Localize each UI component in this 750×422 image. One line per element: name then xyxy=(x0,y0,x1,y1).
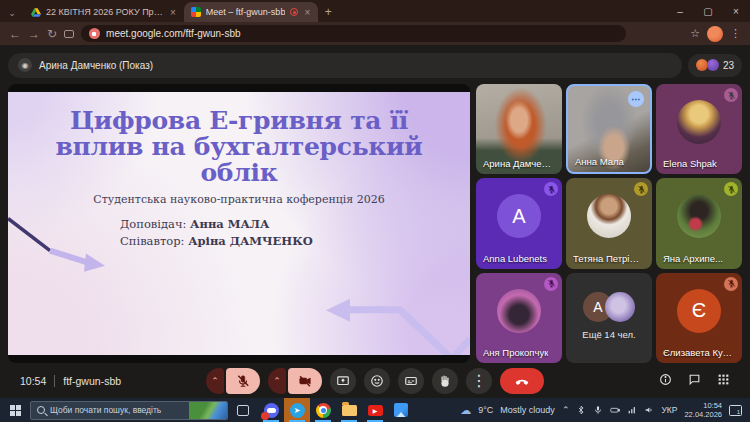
forward-button[interactable]: → xyxy=(28,28,40,40)
speaker-label: Доповідач: xyxy=(120,217,186,231)
participant-tile-active-speaker[interactable]: ⋯ Анна Мала xyxy=(566,84,652,174)
mic-off-badge xyxy=(544,182,558,196)
chrome-app-button[interactable] xyxy=(310,398,336,422)
google-drive-icon xyxy=(31,8,41,17)
participant-tile[interactable]: Аня Прокопчук xyxy=(476,273,562,363)
start-button[interactable] xyxy=(0,398,30,422)
coauthor-label: Співавтор: xyxy=(120,234,184,248)
participant-tile[interactable]: A Anna Lubenets xyxy=(476,178,562,268)
photos-app-button[interactable] xyxy=(388,398,414,422)
notification-badge: 1 xyxy=(737,409,740,415)
maximize-button[interactable]: ▢ xyxy=(694,0,722,22)
mic-off-badge xyxy=(724,277,738,291)
participant-avatar xyxy=(707,59,719,71)
captions-button[interactable] xyxy=(398,368,424,394)
participants-chip[interactable]: 23 xyxy=(688,54,742,77)
photos-icon xyxy=(394,403,408,417)
meet-control-bar: 10:54 ftf-gwun-sbb ⌃ ⌃ xyxy=(8,363,742,398)
camera-off-button[interactable] xyxy=(288,368,322,394)
participant-tile[interactable]: Яна Архипе... xyxy=(656,178,742,268)
weather-desc[interactable]: Mostly cloudy xyxy=(500,405,555,415)
file-explorer-app-button[interactable] xyxy=(336,398,362,422)
close-button[interactable]: × xyxy=(722,0,750,22)
browser-menu-icon[interactable]: ⋮ xyxy=(730,27,741,40)
weather-temp[interactable]: 9°C xyxy=(478,405,493,415)
speaker-name: Анна МАЛА xyxy=(190,217,269,231)
clock: 10:54 xyxy=(20,375,46,387)
mic-control-group: ⌃ xyxy=(206,368,260,394)
windows-taskbar: Щоби почати пошук, введіть ➤ ▶ ☁ 9°C Mos… xyxy=(0,398,750,422)
notification-dot xyxy=(261,412,269,420)
more-options-button[interactable]: ⋮ xyxy=(466,368,492,394)
mic-mute-button[interactable] xyxy=(226,368,260,394)
weather-cloud-icon: ☁ xyxy=(460,404,471,417)
participant-tile[interactable]: Є Єлизавета Куле... xyxy=(656,273,742,363)
presentation-banner[interactable]: ◉ Арина Дамченко (Показ) xyxy=(8,53,682,78)
chat-button[interactable] xyxy=(688,372,701,390)
network-icon[interactable] xyxy=(627,405,637,415)
profile-avatar[interactable] xyxy=(707,26,723,42)
tab-drive-program[interactable]: 22 КВІТНЯ 2026 РОКУ Програ... × xyxy=(24,2,184,22)
camera-options-chevron[interactable]: ⌃ xyxy=(268,368,286,394)
tab-close-icon[interactable]: × xyxy=(303,7,311,18)
participant-tile[interactable]: Арина Дамченко xyxy=(476,84,562,174)
participant-tile[interactable]: Тетяна Петрішина xyxy=(566,178,652,268)
reload-button[interactable]: ↻ xyxy=(47,28,57,40)
taskbar-search[interactable]: Щоби почати пошук, введіть xyxy=(30,401,228,420)
language-indicator[interactable]: УКР xyxy=(661,405,677,415)
present-screen-button[interactable] xyxy=(330,368,356,394)
minimize-button[interactable]: – xyxy=(666,0,694,22)
participant-overflow-tile[interactable]: A Ещё 14 чел. xyxy=(566,273,652,363)
toolbar: ← → ↻ meet.google.com/ftf-gwun-sbb ☆ ⋮ xyxy=(0,22,750,45)
tab-search-button[interactable]: ⌄ xyxy=(0,4,24,22)
slide-subtitle: Студентська науково-практична коференція… xyxy=(8,193,470,206)
avatar xyxy=(587,194,631,238)
bookmark-star-icon[interactable]: ☆ xyxy=(690,27,700,40)
participant-name: Єлизавета Куле... xyxy=(663,347,736,358)
pin-icon: ◉ xyxy=(18,58,32,72)
reactions-button[interactable] xyxy=(364,368,390,394)
activities-grid-button[interactable] xyxy=(717,372,730,390)
back-button[interactable]: ← xyxy=(9,28,21,40)
search-weather-thumbnail xyxy=(189,401,227,420)
new-tab-button[interactable]: + xyxy=(318,2,338,22)
camera-control-group: ⌃ xyxy=(268,368,322,394)
meet-page: ◉ Арина Дамченко (Показ) 23 xyxy=(0,45,750,398)
tray-chevron-icon[interactable]: ⌃ xyxy=(562,405,570,415)
participant-name: Арина Дамченко xyxy=(483,158,556,169)
telegram-app-button[interactable]: ➤ xyxy=(284,398,310,422)
mic-options-chevron[interactable]: ⌃ xyxy=(206,368,224,394)
bluetooth-icon[interactable] xyxy=(576,405,586,415)
avatar-letter: Є xyxy=(677,289,721,333)
taskbar-clock[interactable]: 10:54 22.04.2026 xyxy=(684,401,722,420)
tab-title: 22 КВІТНЯ 2026 РОКУ Програ... xyxy=(46,7,164,17)
mic-off-badge xyxy=(724,182,738,196)
raise-hand-button[interactable] xyxy=(432,368,458,394)
chrome-window: ⌄ 22 КВІТНЯ 2026 РОКУ Програ... × Meet –… xyxy=(0,0,750,422)
folder-icon xyxy=(342,405,357,416)
discord-app-button[interactable] xyxy=(258,398,284,422)
slide-speakers: Доповідач: Анна МАЛА Співавтор: Аріна ДА… xyxy=(120,216,470,251)
mic-off-badge xyxy=(724,88,738,102)
notification-center-button[interactable]: 1 xyxy=(729,405,742,416)
tab-strip: ⌄ 22 КВІТНЯ 2026 РОКУ Програ... × Meet –… xyxy=(0,0,750,22)
youtube-app-button[interactable]: ▶ xyxy=(362,398,388,422)
address-bar[interactable]: meet.google.com/ftf-gwun-sbb xyxy=(81,25,626,42)
participant-name: Anna Lubenets xyxy=(483,253,547,264)
end-call-button[interactable] xyxy=(500,368,544,394)
tile-options-badge[interactable]: ⋯ xyxy=(628,91,644,107)
participants-grid: Арина Дамченко ⋯ Анна Мала Elena Shpak A xyxy=(476,84,742,363)
mic-tray-icon[interactable] xyxy=(593,405,603,415)
volume-icon[interactable] xyxy=(644,405,654,415)
participant-tile[interactable]: Elena Shpak xyxy=(656,84,742,174)
info-button[interactable] xyxy=(659,372,672,390)
task-view-button[interactable] xyxy=(237,405,249,416)
participant-name: Аня Прокопчук xyxy=(483,347,548,358)
battery-icon[interactable] xyxy=(610,405,620,415)
system-tray: ☁ 9°C Mostly cloudy ⌃ УКР 10:54 22.04.20… xyxy=(460,401,750,420)
side-panel-icon[interactable] xyxy=(64,30,74,38)
avatar xyxy=(497,289,541,333)
presentation-tile[interactable]: Цифрова Е-гривня та її вплив на бухгалте… xyxy=(8,84,470,363)
tab-meet[interactable]: Meet – ftf-gwun-sbb × xyxy=(184,2,318,22)
tab-close-icon[interactable]: × xyxy=(169,7,177,18)
